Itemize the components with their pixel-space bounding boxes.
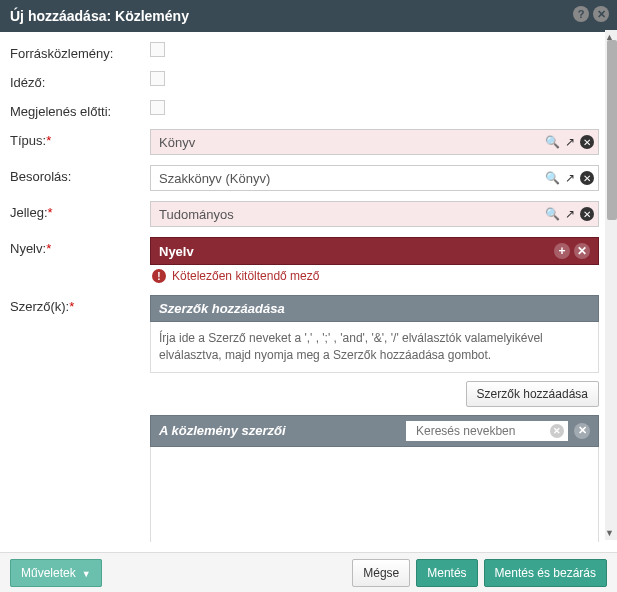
section-szerzok-hozzaadasa: Szerzők hozzáadása — [150, 295, 599, 322]
clear-icon[interactable]: ✕ — [580, 135, 594, 149]
close-icon[interactable]: ✕ — [593, 6, 609, 22]
popout-icon[interactable]: ↗ — [562, 170, 578, 186]
save-close-button[interactable]: Mentés és bezárás — [484, 559, 607, 587]
dialog-content: Forrásközlemény: Idéző: Megjelenés előtt… — [0, 32, 617, 542]
help-icon[interactable]: ? — [573, 6, 589, 22]
label-tipus: Típus:* — [10, 129, 150, 148]
section-kozlemeny-szerzoi: A közlemény szerzői ✕ ✕ — [150, 415, 599, 447]
search-icon[interactable]: 🔍 — [544, 170, 560, 186]
szerzok-helper-text: Írja ide a Szerző neveket a ',' , ';' , … — [150, 322, 599, 373]
label-besorolas: Besorolás: — [10, 165, 150, 184]
checkbox-megjelenes[interactable] — [150, 100, 165, 115]
label-forraskozlemeny: Forrásközlemény: — [10, 42, 150, 61]
clear-icon[interactable]: ✕ — [580, 171, 594, 185]
popout-icon[interactable]: ↗ — [562, 206, 578, 222]
clear-search-icon[interactable]: ✕ — [550, 424, 564, 438]
picker-besorolas[interactable]: Szakkönyv (Könyv) 🔍 ↗ ✕ — [150, 165, 599, 191]
label-szerzok: Szerző(k):* — [10, 295, 150, 314]
picker-jelleg[interactable]: Tudományos 🔍 ↗ ✕ — [150, 201, 599, 227]
checkbox-forraskozlemeny[interactable] — [150, 42, 165, 57]
dialog-title: Új hozzáadása: Közlemény — [10, 8, 189, 24]
cancel-button[interactable]: Mégse — [352, 559, 410, 587]
label-megjelenes: Megjelenés előtti: — [10, 100, 150, 119]
clear-icon[interactable]: ✕ — [580, 207, 594, 221]
checkbox-idezo[interactable] — [150, 71, 165, 86]
remove-icon[interactable]: ✕ — [574, 243, 590, 259]
nyelv-bar: Nyelv + ✕ — [150, 237, 599, 265]
operations-button[interactable]: Műveletek▼ — [10, 559, 102, 587]
search-icon[interactable]: 🔍 — [544, 206, 560, 222]
label-jelleg: Jelleg:* — [10, 201, 150, 220]
label-idezo: Idéző: — [10, 71, 150, 90]
popout-icon[interactable]: ↗ — [562, 134, 578, 150]
search-icon[interactable]: 🔍 — [544, 134, 560, 150]
error-icon: ! — [152, 269, 166, 283]
add-icon[interactable]: + — [554, 243, 570, 259]
section-close-icon[interactable]: ✕ — [574, 423, 590, 439]
authors-list — [150, 447, 599, 542]
chevron-down-icon: ▼ — [82, 569, 91, 579]
add-authors-button[interactable]: Szerzők hozzáadása — [466, 381, 599, 407]
scrollbar-thumb[interactable] — [607, 40, 617, 220]
scroll-down-icon[interactable]: ▼ — [605, 528, 615, 538]
save-button[interactable]: Mentés — [416, 559, 477, 587]
dialog-header: Új hozzáadása: Közlemény ? ✕ — [0, 0, 617, 32]
picker-tipus[interactable]: Könyv 🔍 ↗ ✕ — [150, 129, 599, 155]
author-search-input[interactable] — [410, 421, 550, 441]
error-message: ! Kötelezően kitöltendő mező — [150, 265, 599, 283]
dialog-footer: Műveletek▼ Mégse Mentés Mentés és bezárá… — [0, 552, 617, 592]
label-nyelv: Nyelv:* — [10, 237, 150, 256]
